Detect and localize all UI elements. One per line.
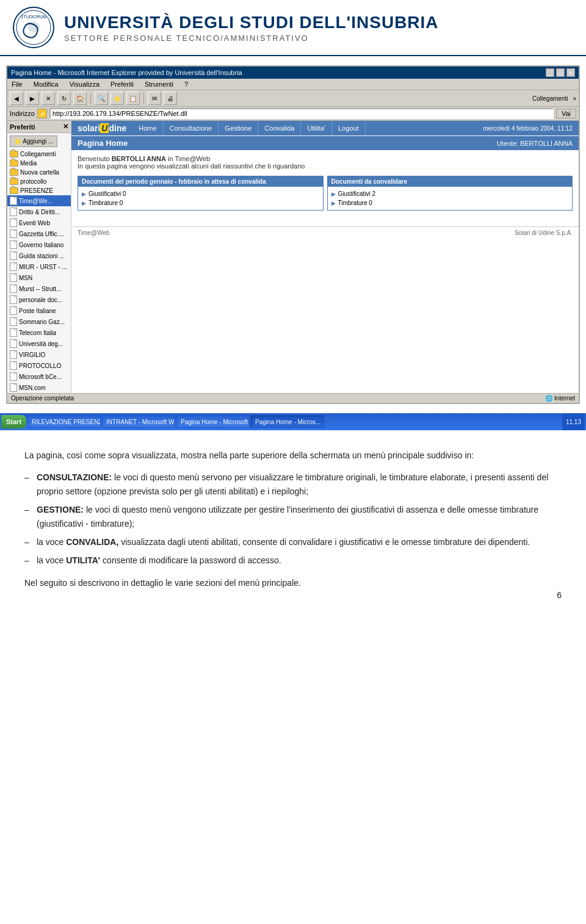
go-button[interactable]: Vai	[556, 109, 576, 118]
nav-home[interactable]: Home	[132, 121, 163, 135]
page-icon	[10, 197, 17, 205]
favorites-btn[interactable]: ⭐	[110, 92, 124, 105]
search-btn[interactable]: 🔍	[95, 92, 108, 105]
nav-gestione[interactable]: Gestione	[219, 121, 258, 135]
webpage-nav-items: Home Consultazione Gestione Convalida Ut…	[132, 121, 365, 135]
status-right: Internet	[554, 395, 575, 402]
doc-text-gestione: le voci di questo menù vengono utilizzat…	[37, 505, 538, 528]
sidebar-item-telecom[interactable]: Telecom Italia	[7, 327, 71, 338]
university-department: SETTORE PERSONALE TECNICO/AMMINISTRATIVO	[64, 34, 439, 43]
sidebar-item-media[interactable]: Media	[7, 159, 71, 168]
menu-help[interactable]: ?	[183, 80, 190, 88]
minimize-btn[interactable]: _	[546, 68, 554, 77]
browser-title: Pagina Home - Microsoft Internet Explore…	[11, 69, 242, 76]
sidebar-item-universita[interactable]: Università deg...	[7, 338, 71, 349]
sidebar-item-guida[interactable]: Guida stazioni ...	[7, 250, 71, 261]
menu-preferiti[interactable]: Preferiti	[109, 80, 136, 88]
menu-visualizza[interactable]: Visualizza	[68, 80, 101, 88]
sidebar-item-virgilio[interactable]: VIRGILIO	[7, 349, 71, 360]
sidebar-item-sommario[interactable]: Sommario Gaz...	[7, 316, 71, 327]
sidebar-item-microsoft[interactable]: Microsoft bCe...	[7, 371, 71, 382]
taskbar-item-3[interactable]: Pagina Home - Micros...	[251, 416, 324, 428]
folder-icon	[10, 187, 18, 194]
doc-term-convalida: CONVALIDA,	[66, 537, 118, 547]
maximize-btn[interactable]: □	[556, 68, 565, 77]
docs-panel-1-header: Documenti del periodo gennaio - febbraio…	[78, 176, 323, 187]
nav-utilita[interactable]: Utilita'	[301, 121, 332, 135]
browser-addressbar: Indirizzo 📁 http://193.206.179.134/PRESE…	[7, 107, 579, 121]
start-button[interactable]: Start	[1, 415, 26, 428]
webpage-user-label: Utente: BERTOLLI ANNA	[497, 140, 573, 147]
sidebar-item-nuova-cartella[interactable]: Nuova cartella	[7, 168, 71, 177]
sidebar-item-msncom[interactable]: MSN.com	[7, 382, 71, 393]
sidebar-item-murst[interactable]: Murst -- Strutt...	[7, 283, 71, 294]
doc-term-utilita: UTILITA'	[66, 555, 100, 565]
university-title-block: UNIVERSITÀ DEGLI STUDI DELL'INSUBRIA SET…	[64, 13, 439, 43]
page-icon	[10, 240, 17, 249]
doc-footer-text: Nel seguito si descrivono in dettaglio l…	[24, 576, 562, 590]
sidebar-item-presenze[interactable]: PRESENZE	[7, 186, 71, 195]
page-icon	[10, 262, 17, 271]
back-btn[interactable]: ◀	[10, 92, 23, 105]
sidebar-item-miur[interactable]: MIUR - URST - ...	[7, 261, 71, 272]
arrow-icon: ▶	[331, 200, 336, 206]
docs-panel-2-body: ▶ Giustificativi 2 ▶ Timbrature 0	[328, 187, 573, 210]
nav-logout[interactable]: Logout	[332, 121, 366, 135]
home-btn[interactable]: 🏠	[73, 92, 87, 105]
taskbar-item-1[interactable]: INTRANET - Microsoft Word	[102, 416, 175, 428]
footer-right: Solari di Udine S.p.A.	[515, 229, 573, 236]
doc-term-gestione: GESTIONE:	[37, 505, 84, 514]
menu-file[interactable]: File	[10, 80, 24, 88]
browser-menubar: File Modifica Visualizza Preferiti Strum…	[7, 79, 579, 90]
page-icon	[10, 372, 17, 381]
stop-btn[interactable]: ✕	[42, 92, 55, 105]
nav-consultazione[interactable]: Consultazione	[164, 121, 219, 135]
sidebar-item-eventi[interactable]: Eventi Web	[7, 217, 71, 228]
sidebar-item-protocollo[interactable]: protocollo	[7, 177, 71, 186]
browser-titlebar-controls[interactable]: _ □ ✕	[546, 68, 575, 77]
page-icon	[10, 273, 17, 282]
sidebar-close-btn[interactable]: ✕	[63, 123, 68, 131]
page-icon	[10, 295, 17, 304]
page-icon	[10, 339, 17, 348]
welcome-line1: Benvenuto BERTOLLI ANNA in Time@Web	[78, 155, 573, 162]
address-input[interactable]: http://193.206.179.134/PRESENZE/TwNet.dl…	[49, 108, 554, 119]
arrow-icon: ▶	[82, 200, 86, 206]
university-logo: STUDIORUM	[12, 6, 55, 49]
webpage-docs-section: Documenti del periodo gennaio - febbraio…	[71, 172, 579, 214]
menu-modifica[interactable]: Modifica	[32, 80, 60, 88]
refresh-btn[interactable]: ↻	[57, 92, 71, 105]
sidebar-item-collegamenti[interactable]: Collegamenti	[7, 150, 71, 159]
docs-row-2: ▶ Timbrature 0	[82, 198, 319, 208]
sidebar-item-msn[interactable]: MSN	[7, 272, 71, 283]
win-taskbar: Start RILEVAZIONE PRESENZE INTRANET - Mi…	[0, 413, 586, 430]
sidebar-item-personale[interactable]: personale doc...	[7, 294, 71, 305]
docs-panel-1-body: ▶ Giustificativi 0 ▶ Timbrature 0	[78, 187, 323, 210]
forward-btn[interactable]: ▶	[26, 92, 39, 105]
docs-panel-2-header: Documenti da convalidare	[328, 176, 573, 187]
mail-btn[interactable]: ✉	[148, 92, 161, 105]
taskbar-item-2[interactable]: Pagina Home - Microsoft I...	[176, 416, 250, 428]
sidebar-item-governo[interactable]: Governo Italiano	[7, 239, 71, 250]
doc-list: CONSULTAZIONE: le voci di questo menù se…	[24, 468, 562, 569]
print-btn[interactable]: 🖨	[164, 92, 177, 105]
history-btn[interactable]: 📋	[126, 92, 140, 105]
doc-content: La pagina, così come sopra visualizzata,…	[0, 430, 586, 614]
page-icon	[10, 208, 17, 216]
toolbar-sep2	[143, 93, 144, 104]
doc-intro: La pagina, così come sopra visualizzata,…	[24, 449, 562, 462]
status-internet: 🌐 Internet	[545, 395, 575, 402]
nav-convalida[interactable]: Convalida	[258, 121, 301, 135]
sidebar-add-btn[interactable]: ⭐ Aggiungi ...	[10, 135, 57, 147]
page-icon	[10, 383, 17, 392]
browser-statusbar: Operazione completata 🌐 Internet	[7, 393, 579, 403]
sidebar-item-dritto[interactable]: Dritto & Diritti...	[7, 206, 71, 217]
taskbar-item-0[interactable]: RILEVAZIONE PRESENZE	[27, 416, 101, 428]
menu-strumenti[interactable]: Strumenti	[143, 80, 175, 88]
sidebar-item-gazzetta[interactable]: Gazzetta Uffic....	[7, 228, 71, 239]
sidebar-item-poste[interactable]: Poste Italiane	[7, 305, 71, 316]
folder-icon	[10, 160, 18, 167]
sidebar-item-timeweb[interactable]: Time@We...	[7, 195, 71, 206]
sidebar-item-protocollo2[interactable]: PROTOCOLLO	[7, 360, 71, 371]
close-btn[interactable]: ✕	[566, 68, 575, 77]
